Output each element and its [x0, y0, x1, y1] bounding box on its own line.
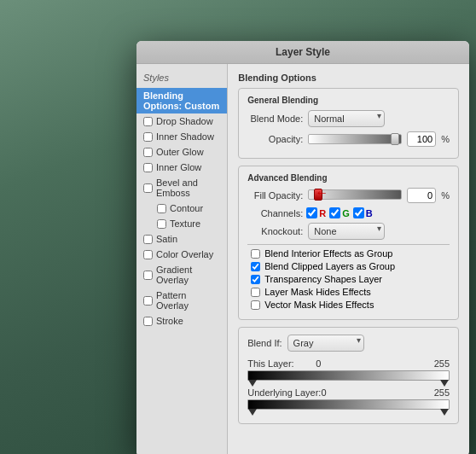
channel-r-checkbox[interactable] [306, 207, 317, 218]
fill-opacity-percent: % [441, 190, 450, 201]
blend-interior-checkbox[interactable] [251, 249, 260, 259]
sidebar-item-pattern-overlay[interactable]: Pattern Overlay [136, 288, 227, 313]
channel-r-item: R [306, 207, 326, 218]
knockout-select[interactable]: None [308, 223, 385, 240]
this-layer-label: This Layer: [247, 358, 316, 369]
channels-row: Channels: R G B [247, 207, 450, 218]
knockout-select-wrapper: None [308, 223, 385, 240]
channel-g-item: G [329, 207, 350, 218]
opacity-slider-track[interactable] [308, 134, 402, 144]
sidebar-item-texture[interactable]: Texture [136, 216, 227, 231]
sidebar-item-blending-options-label: Blending Options: Custom [143, 90, 220, 111]
dialog-content: Styles Blending Options: Custom Drop Sha… [136, 64, 469, 454]
sidebar-item-color-overlay[interactable]: Color Overlay [136, 247, 227, 262]
fill-opacity-arrow: ← [315, 186, 328, 200]
this-layer-label-row: This Layer: 0 255 [247, 358, 450, 369]
sidebar-item-gradient-overlay[interactable]: Gradient Overlay [136, 262, 227, 288]
underlying-layer-max: 255 [434, 387, 450, 398]
channel-g-label: G [342, 208, 350, 218]
channel-b-item: B [353, 207, 373, 218]
checkbox-layer-mask-hides: Layer Mask Hides Effects [247, 287, 450, 297]
outer-glow-checkbox[interactable] [143, 148, 153, 157]
underlying-layer-label: Underlying Layer: [247, 387, 321, 398]
dialog-title: Layer Style [136, 41, 469, 64]
sidebar-item-blending-options[interactable]: Blending Options: Custom [136, 88, 227, 114]
blend-mode-select[interactable]: Normal [308, 110, 385, 127]
contour-checkbox[interactable] [157, 204, 166, 213]
blend-if-section: Blend If: Gray This Layer: 0 255 [238, 327, 459, 424]
layer-mask-hides-checkbox[interactable] [251, 288, 260, 297]
gradient-overlay-checkbox[interactable] [143, 271, 153, 280]
transparency-shapes-checkbox[interactable] [251, 275, 260, 284]
transparency-shapes-label: Transparency Shapes Layer [264, 274, 382, 284]
fill-opacity-slider-area: ← [308, 189, 402, 201]
blend-mode-row: Blend Mode: Normal [247, 110, 450, 127]
opacity-slider-thumb[interactable] [391, 133, 399, 145]
blend-if-select-wrapper: Gray [287, 335, 364, 352]
channel-r-label: R [319, 208, 326, 218]
blend-if-row: Blend If: Gray [247, 335, 450, 352]
sidebar-item-inner-shadow[interactable]: Inner Shadow [136, 129, 227, 144]
this-layer-handle-right[interactable] [440, 380, 449, 387]
advanced-blending-title: Advanced Blending [247, 173, 450, 183]
bevel-emboss-checkbox[interactable] [143, 183, 153, 193]
blend-if-select[interactable]: Gray [287, 335, 364, 352]
opacity-label: Opacity: [247, 134, 303, 144]
opacity-percent: % [441, 134, 450, 144]
divider-1 [247, 244, 450, 245]
blend-clipped-checkbox[interactable] [251, 262, 260, 271]
main-area: Blending Options General Blending Blend … [228, 64, 469, 454]
this-layer-gradient-bar[interactable] [247, 370, 450, 381]
sidebar-item-inner-glow[interactable]: Inner Glow [136, 160, 227, 175]
satin-checkbox[interactable] [143, 235, 153, 244]
sidebar-item-satin[interactable]: Satin [136, 231, 227, 247]
opacity-row: Opacity: % [247, 131, 450, 147]
texture-checkbox[interactable] [157, 219, 166, 229]
sidebar-item-stroke[interactable]: Stroke [136, 313, 227, 329]
inner-glow-checkbox[interactable] [143, 163, 153, 172]
vector-mask-hides-checkbox[interactable] [251, 300, 260, 310]
this-layer-section: This Layer: 0 255 [247, 358, 450, 381]
vector-mask-hides-label: Vector Mask Hides Effects [264, 300, 374, 310]
stroke-checkbox[interactable] [143, 317, 153, 326]
underlying-layer-section: Underlying Layer: 0 255 [247, 387, 450, 410]
general-blending-title: General Blending [247, 96, 450, 105]
channel-g-checkbox[interactable] [329, 207, 340, 218]
checkbox-blend-clipped: Blend Clipped Layers as Group [247, 261, 450, 271]
blend-mode-label: Blend Mode: [247, 114, 303, 124]
fill-opacity-row: Fill Opacity: ← % [247, 188, 450, 203]
sidebar-item-drop-shadow[interactable]: Drop Shadow [136, 114, 227, 129]
checkbox-transparency-shapes: Transparency Shapes Layer [247, 274, 450, 284]
blend-mode-select-wrapper: Normal [308, 110, 385, 127]
knockout-label: Knockout: [247, 226, 303, 236]
sidebar-item-outer-glow[interactable]: Outer Glow [136, 144, 227, 160]
pattern-overlay-checkbox[interactable] [143, 296, 153, 306]
sidebar-title: Styles [136, 71, 227, 88]
channels-label: Channels: [247, 208, 303, 218]
layer-mask-hides-label: Layer Mask Hides Effects [264, 287, 371, 297]
drop-shadow-checkbox[interactable] [143, 117, 153, 126]
blend-if-label: Blend If: [247, 338, 282, 348]
this-layer-handle-left[interactable] [248, 380, 257, 387]
this-layer-min: 0 [316, 358, 321, 369]
layer-style-dialog: Layer Style Styles Blending Options: Cus… [136, 41, 469, 454]
underlying-layer-gradient-bar[interactable] [247, 399, 450, 410]
opacity-input[interactable] [407, 131, 436, 147]
fill-opacity-label: Fill Opacity: [247, 190, 303, 201]
channel-b-checkbox[interactable] [353, 207, 364, 218]
underlying-layer-handle-left[interactable] [248, 409, 257, 416]
color-overlay-checkbox[interactable] [143, 250, 153, 259]
underlying-layer-label-row: Underlying Layer: 0 255 [247, 387, 450, 398]
blending-options-title: Blending Options [238, 73, 459, 83]
advanced-blending-section: Advanced Blending Fill Opacity: ← % [238, 166, 459, 320]
blend-interior-label: Blend Interior Effects as Group [264, 248, 392, 259]
knockout-row: Knockout: None [247, 223, 450, 240]
fill-opacity-input[interactable] [407, 188, 436, 203]
sidebar-item-bevel-emboss[interactable]: Bevel and Emboss [136, 175, 227, 201]
checkbox-vector-mask-hides: Vector Mask Hides Effects [247, 300, 450, 310]
sidebar-item-contour[interactable]: Contour [136, 201, 227, 216]
inner-shadow-checkbox[interactable] [143, 132, 153, 142]
channel-b-label: B [366, 208, 373, 218]
underlying-layer-min: 0 [321, 387, 326, 398]
underlying-layer-handle-right[interactable] [440, 409, 449, 416]
